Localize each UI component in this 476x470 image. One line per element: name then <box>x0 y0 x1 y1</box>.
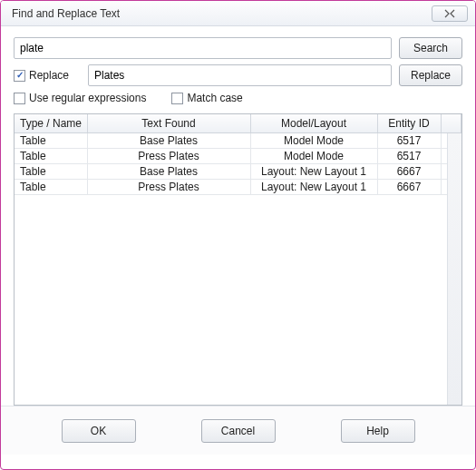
matchcase-checkbox-label: Match case <box>187 92 242 104</box>
help-button[interactable]: Help <box>341 419 415 443</box>
cell-entity-id: 6667 <box>377 164 441 180</box>
replace-input[interactable] <box>88 64 392 86</box>
cell-model-layout: Model Mode <box>250 133 377 149</box>
regex-checkbox[interactable] <box>14 93 25 104</box>
matchcase-checkbox[interactable] <box>171 93 183 104</box>
table-row[interactable]: TablePress PlatesLayout: New Layout 1666… <box>15 180 461 195</box>
cell-type-name: Table <box>15 180 87 195</box>
cell-entity-id: 6517 <box>377 149 441 164</box>
grid-header-row[interactable]: Type / Name Text Found Model/Layout Enti… <box>15 114 461 133</box>
cell-model-layout: Layout: New Layout 1 <box>250 180 377 195</box>
replace-checkbox-wrap[interactable]: Replace <box>14 69 81 82</box>
regex-checkbox-label: Use regular expressions <box>29 92 146 104</box>
cell-entity-id: 6667 <box>377 180 441 195</box>
cell-model-layout: Layout: New Layout 1 <box>250 164 377 180</box>
replace-button[interactable]: Replace <box>399 64 462 86</box>
grid-scrollbar[interactable] <box>447 133 461 405</box>
table-row[interactable]: TablePress PlatesModel Mode6517 <box>15 149 461 164</box>
search-input[interactable] <box>14 37 392 59</box>
table-row[interactable]: TableBase PlatesModel Mode6517 <box>15 133 461 149</box>
cancel-button[interactable]: Cancel <box>201 419 276 443</box>
replace-checkbox[interactable] <box>14 70 25 82</box>
ok-button[interactable]: OK <box>62 419 136 443</box>
dialog-content: Search Replace Replace Use regular expre… <box>1 26 475 406</box>
results-grid[interactable]: Type / Name Text Found Model/Layout Enti… <box>14 113 462 406</box>
col-type-name[interactable]: Type / Name <box>15 114 87 133</box>
close-icon[interactable] <box>432 5 468 22</box>
col-text-found[interactable]: Text Found <box>87 114 250 133</box>
cell-text-found: Base Plates <box>87 164 250 180</box>
cell-model-layout: Model Mode <box>250 149 377 164</box>
cell-type-name: Table <box>15 164 87 180</box>
col-entity-id[interactable]: Entity ID <box>377 114 441 133</box>
search-button[interactable]: Search <box>399 37 462 59</box>
matchcase-checkbox-wrap[interactable]: Match case <box>171 92 242 104</box>
cell-entity-id: 6517 <box>377 133 441 149</box>
window-title: Find and Replace Text <box>12 7 432 20</box>
titlebar: Find and Replace Text <box>1 1 475 26</box>
col-padding <box>441 114 461 133</box>
cell-text-found: Base Plates <box>87 133 250 149</box>
cell-type-name: Table <box>15 149 87 164</box>
table-row[interactable]: TableBase PlatesLayout: New Layout 16667 <box>15 164 461 180</box>
cell-text-found: Press Plates <box>87 149 250 164</box>
cell-text-found: Press Plates <box>87 180 250 195</box>
regex-checkbox-wrap[interactable]: Use regular expressions <box>14 92 146 104</box>
col-model-layout[interactable]: Model/Layout <box>250 114 377 133</box>
cell-type-name: Table <box>15 133 87 149</box>
dialog-footer: OK Cancel Help <box>1 406 475 455</box>
replace-checkbox-label: Replace <box>29 69 69 82</box>
